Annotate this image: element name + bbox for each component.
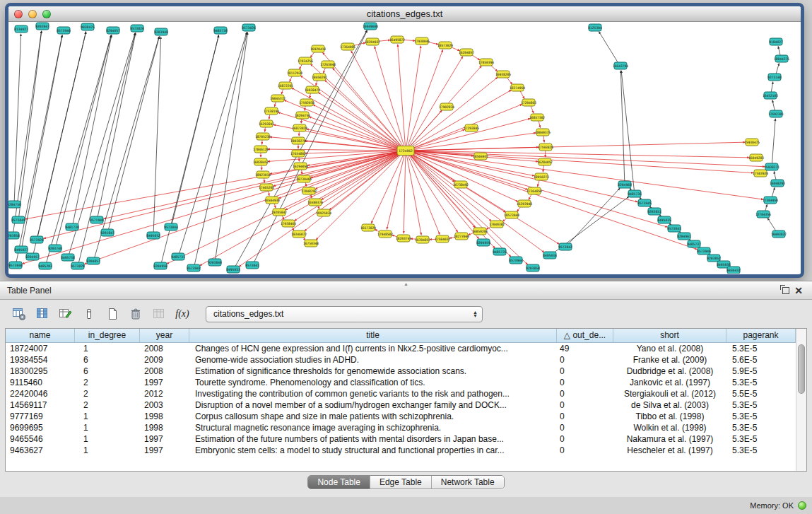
graph-edge[interactable] bbox=[410, 119, 530, 150]
graph-node[interactable]: 17034256 bbox=[298, 57, 313, 64]
graph-node[interactable]: 9573844 bbox=[164, 223, 178, 230]
graph-node[interactable]: 8204958 bbox=[153, 262, 167, 269]
graph-edge[interactable] bbox=[84, 152, 401, 264]
panel-resize-grip[interactable]: ▴ bbox=[404, 281, 407, 287]
graph-node[interactable]: 16859204 bbox=[472, 228, 488, 235]
graph-edge[interactable] bbox=[772, 187, 775, 197]
graph-node[interactable]: 9485737 bbox=[687, 240, 701, 247]
graph-node[interactable]: 18450291 bbox=[312, 74, 327, 81]
new-file-button[interactable] bbox=[102, 304, 122, 324]
graph-node[interactable]: 9481730 bbox=[65, 223, 79, 230]
graph-node[interactable]: 8573945 bbox=[637, 199, 652, 206]
graph-edge[interactable] bbox=[774, 172, 776, 180]
graph-edge[interactable] bbox=[305, 106, 305, 111]
graph-node[interactable]: 8204957 bbox=[25, 253, 40, 260]
graph-edge[interactable] bbox=[410, 151, 637, 201]
graph-node[interactable]: 18049375 bbox=[535, 129, 551, 136]
table-row[interactable]: 2242004622012Investigating the contribut… bbox=[6, 388, 796, 399]
graph-edge[interactable] bbox=[621, 71, 634, 190]
graph-node[interactable]: 16873920 bbox=[292, 124, 307, 132]
graph-node[interactable]: 17583920 bbox=[753, 170, 768, 177]
graph-node[interactable]: 8571940 bbox=[90, 216, 104, 223]
graph-node[interactable]: 9485731 bbox=[171, 253, 185, 260]
graph-node[interactable]: 17654802 bbox=[290, 150, 306, 157]
graph-edge[interactable] bbox=[409, 153, 492, 221]
graph-node[interactable]: 10493827 bbox=[771, 230, 787, 238]
graph-node[interactable]: 16857302 bbox=[529, 114, 545, 121]
graph-node[interactable]: 8573942 bbox=[187, 264, 201, 271]
graph-edge[interactable] bbox=[309, 117, 401, 149]
column-header[interactable]: title bbox=[189, 329, 557, 342]
graph-node[interactable]: 16049283 bbox=[748, 154, 764, 161]
graph-edge[interactable] bbox=[37, 32, 86, 236]
graph-node[interactable]: 9201847 bbox=[100, 229, 114, 236]
graph-edge[interactable] bbox=[543, 165, 543, 172]
graph-edge[interactable] bbox=[301, 119, 302, 123]
graph-edge[interactable] bbox=[406, 46, 421, 147]
graph-edge[interactable] bbox=[409, 77, 498, 148]
graph-node[interactable]: 17364850 bbox=[526, 187, 542, 194]
graph-node[interactable]: 16938205 bbox=[495, 71, 511, 78]
graph-edge[interactable] bbox=[269, 115, 270, 119]
graph-node[interactable]: 9203851 bbox=[647, 208, 661, 215]
graph-edge[interactable] bbox=[167, 152, 402, 264]
graph-node[interactable]: 16204857 bbox=[459, 49, 474, 56]
graph-node[interactable]: 16920418 bbox=[310, 45, 326, 52]
graph-node[interactable]: 18950273 bbox=[534, 173, 549, 180]
graph-node[interactable]: 17049382 bbox=[489, 221, 505, 228]
graph-edge[interactable] bbox=[216, 33, 248, 259]
graph-edge[interactable] bbox=[25, 151, 401, 219]
graph-node[interactable]: 18346072 bbox=[291, 230, 307, 238]
graph-edge[interactable] bbox=[153, 37, 160, 232]
graph-node[interactable]: 18374950 bbox=[510, 84, 525, 91]
column-button[interactable] bbox=[79, 304, 99, 324]
graph-node[interactable]: 9203748 bbox=[48, 245, 62, 252]
table-row[interactable]: 1830029562008Estimation of significance … bbox=[6, 366, 796, 377]
column-header[interactable]: △ out_de... bbox=[557, 329, 613, 342]
graph-edge[interactable] bbox=[302, 170, 302, 174]
graph-edge[interactable] bbox=[408, 153, 527, 264]
column-header[interactable]: name bbox=[6, 329, 75, 342]
graph-node[interactable]: 8204959 bbox=[476, 239, 490, 246]
graph-edge[interactable] bbox=[404, 154, 406, 233]
graph-node[interactable]: 8495738 bbox=[61, 254, 75, 261]
graph-edge[interactable] bbox=[410, 151, 765, 166]
graph-edge[interactable] bbox=[765, 204, 767, 211]
graph-node[interactable]: 17263048 bbox=[320, 61, 336, 68]
graph-node[interactable]: 19038274 bbox=[290, 137, 306, 144]
graph-node[interactable]: 9273140 bbox=[767, 74, 782, 81]
network-table-select[interactable]: citations_edges.txt ▲▼ bbox=[206, 306, 483, 322]
graph-node[interactable]: 8495034 bbox=[543, 252, 557, 259]
table-row[interactable]: 946362711997Embryonic stem cells: a mode… bbox=[6, 445, 796, 456]
graph-node[interactable]: 8495033 bbox=[226, 266, 240, 273]
graph-edge[interactable] bbox=[265, 127, 266, 132]
table-row[interactable]: 1872400712008Changes of HCN gene express… bbox=[6, 343, 796, 354]
graph-node[interactable]: 9485203 bbox=[38, 262, 52, 269]
graph-edge[interactable] bbox=[599, 32, 618, 63]
graph-edge[interactable] bbox=[776, 64, 779, 74]
graph-edge[interactable] bbox=[264, 178, 265, 182]
graph-node[interactable]: 16580374 bbox=[307, 199, 323, 206]
window-titlebar[interactable]: citations_edges.txt bbox=[8, 6, 801, 22]
graph-edge[interactable] bbox=[568, 188, 620, 244]
graph-node[interactable]: 9284750 bbox=[8, 201, 21, 208]
graph-node[interactable]: 17038465 bbox=[281, 220, 296, 227]
graph-edge[interactable] bbox=[78, 33, 135, 262]
table-row[interactable]: 946554611997Estimation of the future num… bbox=[6, 433, 796, 445]
graph-node[interactable]: 18923014 bbox=[255, 171, 271, 178]
graph-node[interactable]: 9485735 bbox=[493, 248, 507, 255]
citation-network-graph[interactable]: 1724062169204181703425618112930168722011… bbox=[8, 22, 801, 274]
graph-node[interactable]: 16573829 bbox=[360, 224, 376, 231]
table-scrollbar[interactable] bbox=[796, 329, 806, 471]
table-row[interactable]: 977716911998Corpus callosum shape and si… bbox=[6, 411, 796, 422]
graph-node[interactable]: 9573841 bbox=[245, 262, 259, 269]
graph-node[interactable]: 18925034 bbox=[316, 209, 331, 216]
graph-node[interactable]: 9038475 bbox=[81, 23, 95, 30]
graph-node[interactable]: 18273940 bbox=[454, 233, 469, 240]
graph-node[interactable]: 8125304 bbox=[588, 24, 602, 31]
graph-node[interactable]: 8573049 bbox=[11, 216, 25, 223]
edit-table-button[interactable] bbox=[56, 304, 76, 324]
graph-edge[interactable] bbox=[194, 33, 247, 264]
graph-node[interactable]: 16643794 bbox=[613, 62, 628, 69]
graph-node[interactable]: 8573944 bbox=[509, 257, 523, 264]
